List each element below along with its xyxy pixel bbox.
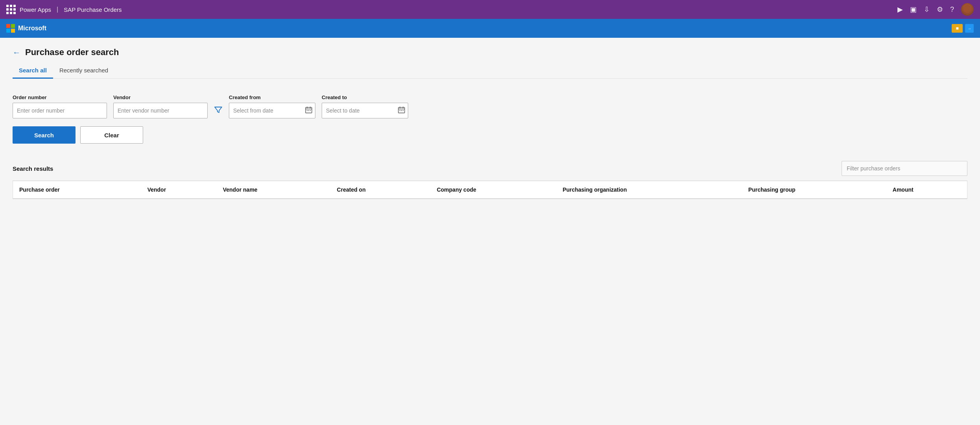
col-created-on: Created on: [331, 181, 431, 199]
main-content: ← Purchase order search Search all Recen…: [0, 38, 980, 425]
tab-search-all[interactable]: Search all: [13, 64, 53, 79]
svg-rect-6: [310, 110, 311, 111]
search-form: Order number Vendor Created from: [13, 88, 967, 153]
svg-rect-11: [400, 110, 400, 111]
results-title: Search results: [13, 165, 53, 172]
page-header: ← Purchase order search: [13, 47, 967, 57]
results-section: Search results Purchase order Vendor: [13, 156, 967, 199]
help-icon[interactable]: ?: [950, 6, 954, 14]
vendor-group: Vendor: [113, 94, 208, 118]
filter-icon-wrapper: [214, 105, 223, 118]
vendor-input[interactable]: [113, 103, 208, 118]
logo-sq-yellow: [11, 29, 15, 33]
filter-input-wrapper: [842, 161, 967, 176]
ms-logo-squares: [6, 24, 15, 33]
table-wrapper: Purchase order Vendor Vendor name Create…: [13, 181, 967, 199]
col-vendor-name: Vendor name: [217, 181, 331, 199]
logo-sq-red: [6, 24, 10, 28]
col-company-code: Company code: [431, 181, 556, 199]
created-to-wrapper: [322, 103, 408, 118]
order-number-group: Order number: [13, 94, 107, 118]
col-purchasing-group: Purchasing group: [742, 181, 886, 199]
svg-rect-12: [401, 110, 402, 111]
waffle-icon[interactable]: [6, 5, 16, 14]
created-from-group: Created from: [229, 94, 315, 118]
ms-bar-right: ■ →: [952, 24, 974, 33]
col-purchase-order: Purchase order: [13, 181, 141, 199]
play-icon[interactable]: ▶: [897, 5, 903, 14]
avatar[interactable]: [961, 3, 974, 16]
results-header: Search results: [13, 156, 967, 181]
nav-separator: |: [57, 6, 58, 13]
settings-icon[interactable]: ⚙: [937, 5, 943, 14]
vendor-label: Vendor: [113, 94, 208, 100]
created-to-label: Created to: [322, 94, 408, 100]
col-purchasing-organization: Purchasing organization: [556, 181, 742, 199]
tabs-container: Search all Recently searched: [13, 64, 967, 79]
app-name: SAP Purchase Orders: [64, 6, 122, 13]
download-icon[interactable]: ⇩: [924, 5, 930, 14]
page-title: Purchase order search: [25, 47, 119, 57]
created-from-wrapper: [229, 103, 315, 118]
microsoft-bar: Microsoft ■ →: [0, 19, 980, 38]
logo-sq-blue: [6, 29, 10, 33]
top-nav-right: ▶ ▣ ⇩ ⚙ ?: [897, 3, 974, 16]
form-fields-row: Order number Vendor Created from: [13, 94, 967, 118]
svg-rect-4: [307, 110, 308, 111]
button-row: Search Clear: [13, 126, 967, 144]
order-number-input[interactable]: [13, 103, 107, 118]
col-amount: Amount: [886, 181, 967, 199]
filter-icon[interactable]: [214, 107, 223, 117]
created-to-input[interactable]: [322, 103, 408, 118]
filter-purchase-orders-input[interactable]: [842, 161, 967, 176]
ms-logo[interactable]: Microsoft: [6, 24, 46, 33]
back-arrow-icon[interactable]: ←: [13, 48, 20, 57]
order-number-label: Order number: [13, 94, 107, 100]
table-header: Purchase order Vendor Vendor name Create…: [13, 181, 967, 199]
ms-bar-icon1[interactable]: ■: [952, 24, 963, 33]
created-from-label: Created from: [229, 94, 315, 100]
avatar-image: [961, 3, 974, 16]
top-nav: Power Apps | SAP Purchase Orders ▶ ▣ ⇩ ⚙…: [0, 0, 980, 19]
col-vendor: Vendor: [141, 181, 217, 199]
logo-sq-green: [11, 24, 15, 28]
table-header-row: Purchase order Vendor Vendor name Create…: [13, 181, 967, 199]
created-to-group: Created to: [322, 94, 408, 118]
tab-recently-searched[interactable]: Recently searched: [53, 64, 114, 79]
svg-rect-13: [403, 110, 403, 111]
clear-button[interactable]: Clear: [80, 126, 143, 144]
app-title: Power Apps: [20, 6, 51, 13]
search-button[interactable]: Search: [13, 126, 76, 144]
desktop-icon[interactable]: ▣: [910, 5, 917, 14]
results-table: Purchase order Vendor Vendor name Create…: [13, 181, 967, 199]
created-to-calendar-icon[interactable]: [398, 106, 405, 115]
created-from-input[interactable]: [229, 103, 315, 118]
ms-label: Microsoft: [18, 25, 46, 32]
created-from-calendar-icon[interactable]: [305, 106, 312, 115]
ms-bar-icon2[interactable]: →: [965, 24, 974, 33]
svg-rect-5: [308, 110, 309, 111]
top-nav-left: Power Apps | SAP Purchase Orders: [6, 5, 122, 14]
